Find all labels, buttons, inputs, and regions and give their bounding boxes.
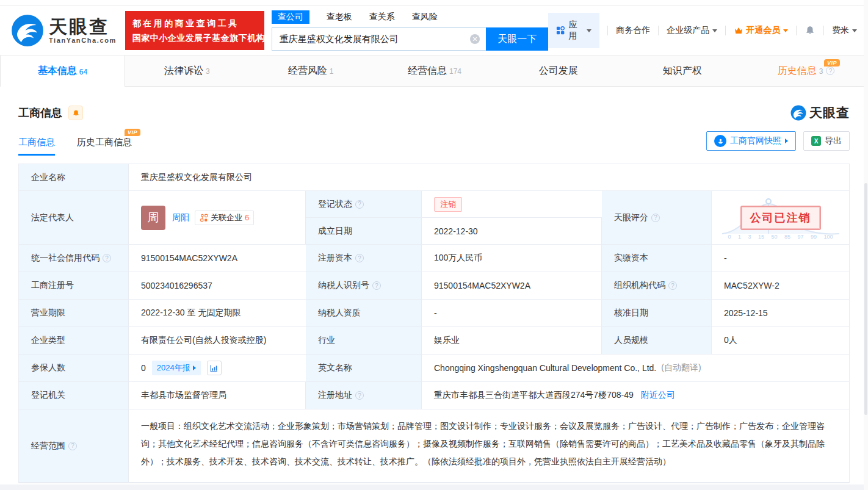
legal-rep-link[interactable]: 周阳 xyxy=(172,212,189,223)
taxpayer-quality-value: - xyxy=(422,300,602,327)
chevron-down-icon xyxy=(783,29,788,32)
tianyancha-swirl-icon xyxy=(11,14,44,47)
help-icon[interactable] xyxy=(355,200,364,209)
tab-business-risk[interactable]: 经营风险 1 xyxy=(249,56,373,86)
org-network-icon xyxy=(200,214,208,222)
status-badge: 注销 xyxy=(434,197,462,212)
reg-number-value: 500234016296537 xyxy=(129,272,306,300)
score-stamp-cell: 0 1 3 15 50 85 97 99 100 公司已注销 xyxy=(712,191,849,245)
nav-cooperation[interactable]: 商务合作 xyxy=(616,25,650,36)
search-tab-boss[interactable]: 查老板 xyxy=(327,10,352,24)
legal-rep-cell: 周 周阳 关联企业 6 xyxy=(129,191,306,245)
avatar[interactable]: 周 xyxy=(141,206,165,230)
field-label: 天眼评分 xyxy=(602,191,712,245)
score-axis-ticks: 0 1 3 15 50 85 97 99 100 xyxy=(728,234,833,240)
business-scope-value: 一般项目：组织文化艺术交流活动；企业形象策划；市场营销策划；品牌管理；图文设计制… xyxy=(141,417,837,470)
nav-vip-membership[interactable]: 开通会员 xyxy=(734,25,788,36)
search-tab-company[interactable]: 查公司 xyxy=(272,10,309,24)
header: 天眼查 TianYanCha.com 都在用的商业查询工具 国家中小企业发展子基… xyxy=(0,6,868,55)
search-button[interactable]: 天眼一下 xyxy=(486,27,548,51)
field-label: 行业 xyxy=(306,327,422,355)
field-label: 参保人数 xyxy=(19,355,129,382)
taxpayer-id-value: 91500154MAC52XYW2A xyxy=(422,272,602,300)
brand-slogan-banner: 都在用的商业查询工具 国家中小企业发展子基金旗下机构 xyxy=(125,11,264,50)
help-icon[interactable] xyxy=(355,391,364,400)
chevron-right-icon xyxy=(193,366,196,370)
field-label: 实缴资本 xyxy=(602,245,712,272)
top-divider xyxy=(0,0,868,6)
tab-legal-proceedings[interactable]: 法律诉讼 3 xyxy=(125,56,249,86)
help-icon[interactable] xyxy=(651,214,660,222)
subscribe-bell-icon[interactable] xyxy=(68,106,83,120)
help-icon[interactable] xyxy=(668,281,677,290)
official-snapshot-button[interactable]: 工商官网快照 xyxy=(706,131,796,151)
establish-date-value: 2022-12-30 xyxy=(422,218,602,245)
chevron-down-icon xyxy=(712,29,717,32)
related-companies-badge[interactable]: 关联企业 6 xyxy=(195,211,254,225)
tab-history-info[interactable]: VIP 历史信息 3 xyxy=(744,56,868,86)
top-nav: 应用 商务合作 企业级产品 开通会员 费米 xyxy=(548,13,857,48)
slogan-line2: 国家中小企业发展子基金旗下机构 xyxy=(132,31,257,45)
help-icon[interactable] xyxy=(103,254,111,262)
nav-apps[interactable]: 应用 xyxy=(548,13,599,48)
field-label: 英文名称 xyxy=(306,355,422,382)
bar-chart-icon xyxy=(210,364,218,372)
address-value: 重庆市丰都县三合街道平都大道西段274号7楼708-49 xyxy=(434,390,634,401)
trend-chart-button[interactable] xyxy=(207,361,222,375)
chevron-down-icon xyxy=(587,29,591,32)
vip-badge: VIP xyxy=(125,129,140,136)
company-tab-bar: 基本信息 64 法律诉讼 3 经营风险 1 经营信息 174 公司发展 知识产权… xyxy=(0,55,868,87)
field-label: 核准日期 xyxy=(602,300,712,327)
reg-capital-value: 100万人民币 xyxy=(422,245,602,272)
section-divider xyxy=(0,485,868,490)
scrollbar[interactable] xyxy=(864,0,868,490)
search-tab-relation[interactable]: 查关系 xyxy=(369,10,395,24)
subtab-history-registration[interactable]: VIP 历史工商信息 xyxy=(77,137,132,156)
notification-bell-icon[interactable] xyxy=(805,25,816,36)
tab-basic-info[interactable]: 基本信息 64 xyxy=(0,56,125,87)
field-label: 工商注册号 xyxy=(19,272,129,300)
field-label: 成立日期 xyxy=(306,218,422,245)
nav-enterprise-products[interactable]: 企业级产品 xyxy=(667,25,717,36)
field-label: 企业类型 xyxy=(19,327,129,355)
tianyancha-swirl-icon xyxy=(790,105,806,121)
app-grid-icon xyxy=(556,26,565,35)
field-label: 注册资本 xyxy=(306,245,422,272)
reg-authority-value: 丰都县市场监督管理局 xyxy=(129,382,306,409)
excel-icon: X xyxy=(811,136,821,146)
help-icon[interactable] xyxy=(372,281,381,290)
industry-value: 娱乐业 xyxy=(422,327,602,355)
search-tab-risk[interactable]: 查风险 xyxy=(412,10,438,24)
help-icon[interactable] xyxy=(826,67,834,75)
subtab-business-registration[interactable]: 工商信息 xyxy=(18,137,55,156)
search-input[interactable] xyxy=(272,27,486,51)
chevron-down-icon xyxy=(852,29,857,32)
export-button[interactable]: X 导出 xyxy=(803,131,850,151)
company-name-value: 重庆星盛权文化发展有限公司 xyxy=(129,164,849,191)
help-icon[interactable] xyxy=(68,442,77,450)
field-label: 统一社会信用代码 xyxy=(19,245,129,272)
english-name-value: Chongqing Xingshengquan Cultural Develop… xyxy=(434,363,656,373)
annual-report-badge[interactable]: 2024年报 xyxy=(152,361,201,375)
field-label: 法定代表人 xyxy=(19,191,129,245)
help-icon[interactable] xyxy=(355,254,364,262)
field-label: 纳税人识别号 xyxy=(306,272,422,300)
tab-intellectual-property[interactable]: 知识产权 xyxy=(620,56,744,86)
company-type-value: 有限责任公司(自然人投资或控股) xyxy=(129,327,306,355)
credit-code-value: 91500154MAC52XYW2A xyxy=(129,245,306,272)
field-label: 组织机构代码 xyxy=(602,272,712,300)
tab-business-info[interactable]: 经营信息 174 xyxy=(373,56,497,86)
nearby-companies-link[interactable]: 附近公司 xyxy=(641,390,675,401)
search-tabs: 查公司 查老板 查关系 查风险 xyxy=(272,10,548,24)
stamp-icon xyxy=(714,135,726,147)
tab-company-development[interactable]: 公司发展 xyxy=(496,56,620,86)
vip-badge: VIP xyxy=(824,59,840,67)
auto-translate-note: (自动翻译) xyxy=(661,362,701,373)
field-label: 纳税人资质 xyxy=(306,300,422,327)
registration-info-table: 企业名称 重庆星盛权文化发展有限公司 法定代表人 周 周阳 关联企业 6 登记状… xyxy=(18,164,850,483)
approval-date-value: 2025-12-15 xyxy=(712,300,849,327)
tianyancha-logo[interactable]: 天眼查 TianYanCha.com xyxy=(11,14,117,47)
nav-apps-label: 应用 xyxy=(568,20,584,41)
scrollbar-thumb[interactable] xyxy=(864,183,867,415)
nav-user-menu[interactable]: 费米 xyxy=(832,25,857,36)
